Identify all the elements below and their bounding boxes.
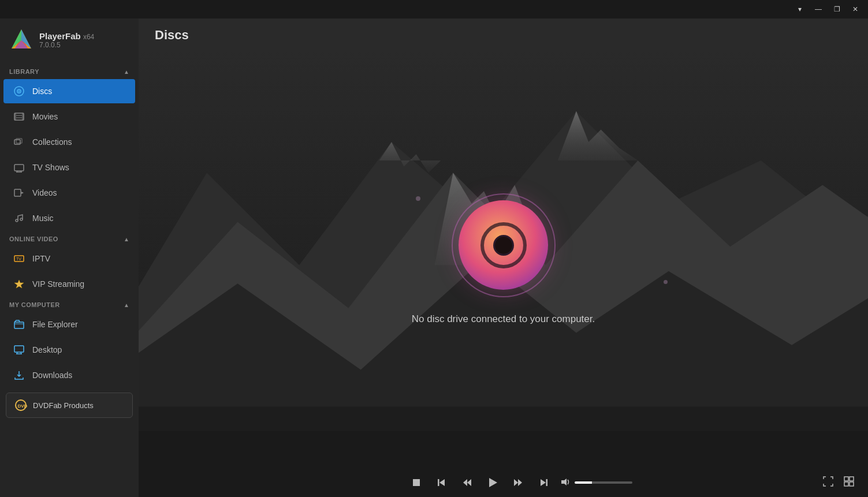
grid-view-button[interactable] bbox=[841, 474, 856, 491]
svg-marker-53 bbox=[561, 479, 567, 485]
svg-rect-57 bbox=[850, 482, 854, 486]
sidebar-iptv-label: IPTV bbox=[32, 254, 50, 263]
svg-rect-20 bbox=[14, 189, 21, 196]
iptv-icon: TV bbox=[13, 252, 25, 265]
player-right bbox=[821, 474, 856, 491]
sidebar-item-videos[interactable]: Videos bbox=[3, 181, 135, 205]
play-button[interactable] bbox=[485, 474, 501, 491]
sidebar-desktop-label: Desktop bbox=[32, 345, 62, 354]
app-version: 7.0.0.5 bbox=[39, 41, 94, 49]
online-chevron-icon: ▲ bbox=[124, 236, 129, 242]
svg-rect-55 bbox=[850, 477, 854, 481]
sidebar-item-collections[interactable]: Collections bbox=[3, 130, 135, 154]
next-button[interactable] bbox=[535, 474, 552, 491]
disc-center-hole bbox=[493, 235, 514, 256]
sidebar-movies-label: Movies bbox=[32, 112, 58, 121]
no-disc-message: No disc drive connected to your computer… bbox=[412, 313, 595, 325]
svg-rect-56 bbox=[844, 482, 848, 486]
library-section-header[interactable]: Library ▲ bbox=[0, 63, 139, 79]
player-controls bbox=[219, 474, 821, 491]
svg-text:TV: TV bbox=[16, 257, 21, 261]
collections-icon bbox=[13, 136, 25, 148]
vip-icon bbox=[13, 278, 25, 290]
player-bar bbox=[139, 468, 868, 497]
svg-rect-10 bbox=[14, 113, 16, 120]
svg-text:DVD: DVD bbox=[18, 403, 28, 409]
dvdfab-icon: DVD bbox=[14, 399, 27, 412]
sidebar: PlayerFab x64 7.0.0.5 Library ▲ Discs bbox=[0, 18, 139, 497]
sidebar-item-music[interactable]: Music bbox=[3, 206, 135, 230]
sidebar-vip-label: VIP Streaming bbox=[32, 279, 84, 289]
sidebar-item-tvshows[interactable]: TV Shows bbox=[3, 155, 135, 180]
computer-chevron-icon: ▲ bbox=[124, 302, 129, 308]
sidebar-discs-label: Discs bbox=[32, 87, 52, 96]
forward-button[interactable] bbox=[510, 474, 526, 491]
tvshows-icon bbox=[13, 161, 25, 174]
menu-button[interactable]: ▾ bbox=[792, 3, 808, 15]
disc-inner-ring bbox=[480, 222, 527, 268]
sidebar-item-downloads[interactable]: Downloads bbox=[3, 363, 135, 387]
rewind-button[interactable] bbox=[459, 474, 475, 491]
close-button[interactable]: ✕ bbox=[847, 3, 863, 15]
svg-rect-42 bbox=[139, 431, 868, 468]
disc-icon bbox=[13, 85, 25, 98]
online-label: ONLINE VIDEO bbox=[9, 236, 58, 242]
online-section-header[interactable]: ONLINE VIDEO ▲ bbox=[0, 231, 139, 246]
content-area: No disc drive connected to your computer… bbox=[139, 50, 868, 468]
svg-marker-45 bbox=[439, 479, 445, 486]
sidebar-collections-label: Collections bbox=[32, 137, 72, 147]
window-controls: ▾ — ❐ ✕ bbox=[792, 3, 863, 15]
sidebar-videos-label: Videos bbox=[32, 188, 57, 197]
volume-slider[interactable] bbox=[575, 481, 632, 484]
minimize-button[interactable]: — bbox=[810, 3, 826, 15]
app-logo-icon bbox=[9, 28, 33, 52]
svg-marker-50 bbox=[518, 479, 522, 486]
sidebar-music-label: Music bbox=[32, 214, 54, 223]
disc-visual bbox=[452, 193, 556, 297]
sidebar-explorer-label: File Explorer bbox=[32, 320, 78, 329]
restore-button[interactable]: ❐ bbox=[829, 3, 845, 15]
music-icon bbox=[13, 212, 25, 225]
svg-marker-26 bbox=[14, 280, 24, 288]
sidebar-tvshows-label: TV Shows bbox=[32, 163, 69, 172]
svg-rect-14 bbox=[14, 140, 20, 144]
svg-marker-46 bbox=[463, 479, 467, 486]
fullscreen-button[interactable] bbox=[821, 474, 836, 491]
sidebar-item-explorer[interactable]: File Explorer bbox=[3, 312, 135, 337]
volume-area bbox=[561, 477, 632, 488]
svg-point-22 bbox=[16, 219, 18, 222]
library-chevron-icon: ▲ bbox=[124, 69, 129, 75]
computer-section-header[interactable]: My Computer ▲ bbox=[0, 297, 139, 312]
svg-marker-21 bbox=[21, 192, 24, 194]
sidebar-downloads-label: Downloads bbox=[32, 371, 72, 380]
sidebar-item-desktop[interactable]: Desktop bbox=[3, 338, 135, 362]
movies-icon bbox=[13, 110, 25, 123]
logo-text: PlayerFab x64 7.0.0.5 bbox=[39, 31, 94, 49]
svg-rect-43 bbox=[413, 479, 420, 486]
computer-label: My Computer bbox=[9, 301, 60, 308]
sidebar-item-vip[interactable]: VIP Streaming bbox=[3, 272, 135, 296]
page-title: Discs bbox=[155, 28, 852, 43]
svg-point-8 bbox=[18, 91, 20, 92]
stop-button[interactable] bbox=[408, 474, 424, 491]
sidebar-item-movies[interactable]: Movies bbox=[3, 104, 135, 129]
svg-rect-11 bbox=[22, 113, 24, 120]
sidebar-item-iptv[interactable]: TV IPTV bbox=[3, 246, 135, 271]
svg-marker-49 bbox=[514, 479, 518, 486]
svg-rect-16 bbox=[14, 165, 24, 171]
app-name: PlayerFab x64 bbox=[39, 31, 94, 41]
desktop-icon bbox=[13, 343, 25, 356]
svg-rect-44 bbox=[438, 479, 439, 486]
volume-icon bbox=[561, 477, 570, 488]
svg-marker-47 bbox=[467, 479, 471, 486]
app-body: PlayerFab x64 7.0.0.5 Library ▲ Discs bbox=[0, 18, 868, 497]
svg-rect-15 bbox=[16, 139, 22, 143]
downloads-icon bbox=[13, 369, 25, 382]
prev-button[interactable] bbox=[434, 474, 450, 491]
svg-marker-51 bbox=[541, 479, 546, 486]
page-header: Discs bbox=[139, 18, 868, 50]
svg-marker-48 bbox=[489, 478, 497, 487]
dvdfab-products-button[interactable]: DVD DVDFab Products bbox=[6, 393, 133, 418]
sidebar-item-discs[interactable]: Discs bbox=[3, 79, 135, 103]
videos-icon bbox=[13, 186, 25, 199]
